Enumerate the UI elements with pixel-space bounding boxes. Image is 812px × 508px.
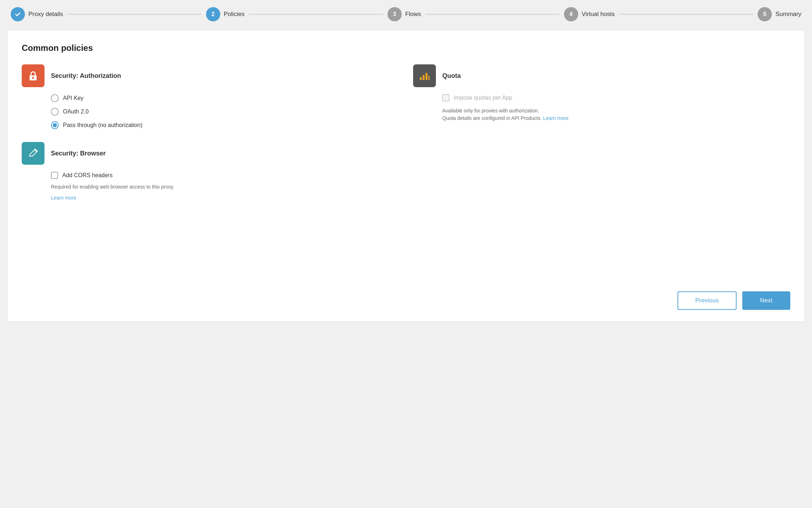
quota-checkbox-label: Impose quotas per App <box>454 95 512 101</box>
radio-label-api-key: API Key <box>63 95 84 101</box>
policies-grid: Security: Authorization API Key OAuth 2.… <box>22 64 790 129</box>
cors-checkbox-label: Add CORS headers <box>62 172 112 179</box>
radio-input-pass-through[interactable] <box>51 121 59 129</box>
svg-rect-4 <box>426 73 427 80</box>
security-browser-title: Security: Browser <box>51 150 106 157</box>
security-browser-icon <box>22 142 44 165</box>
radio-api-key[interactable]: API Key <box>51 94 399 102</box>
step-flows[interactable]: 3 Flows <box>387 7 421 21</box>
radio-label-oauth: OAuth 2.0 <box>63 109 89 115</box>
radio-label-pass-through: Pass through (no authorization) <box>63 122 142 128</box>
nav-buttons: Previous Next <box>677 291 790 310</box>
step-summary[interactable]: 5 Summary <box>758 7 801 21</box>
security-authorization-title: Security: Authorization <box>51 72 121 80</box>
cors-checkbox-input[interactable] <box>51 172 58 179</box>
step-proxy-details[interactable]: Proxy details <box>11 7 63 21</box>
step-label-policies: Policies <box>224 11 245 18</box>
quota-header: Quota <box>413 64 790 87</box>
stepper: Proxy details 2 Policies 3 Flows 4 Virtu… <box>7 7 805 21</box>
step-label-flows: Flows <box>405 11 421 18</box>
svg-rect-5 <box>428 76 429 80</box>
step-policies[interactable]: 2 Policies <box>206 7 245 21</box>
step-connector-1 <box>67 14 201 15</box>
quota-checkbox-input[interactable] <box>442 94 449 101</box>
security-browser-section: Security: Browser Add CORS headers Requi… <box>22 142 790 201</box>
quota-icon <box>413 64 436 87</box>
svg-rect-3 <box>423 75 425 80</box>
radio-group-auth: API Key OAuth 2.0 Pass through (no autho… <box>22 94 399 129</box>
svg-rect-1 <box>32 77 34 79</box>
step-connector-3 <box>425 14 559 15</box>
step-circle-policies: 2 <box>206 7 220 21</box>
cors-desc-text: Required for enabling web browser access… <box>51 184 174 190</box>
step-circle-flows: 3 <box>387 7 402 21</box>
cors-checkbox-group: Add CORS headers Required for enabling w… <box>22 172 790 201</box>
quota-description: Available only for proxies with authoriz… <box>442 107 790 122</box>
step-connector-4 <box>619 14 753 15</box>
step-circle-proxy-details <box>11 7 25 21</box>
previous-button[interactable]: Previous <box>677 291 737 310</box>
step-circle-summary: 5 <box>758 7 772 21</box>
quota-learn-more-link[interactable]: Learn more <box>543 115 569 121</box>
security-browser-header: Security: Browser <box>22 142 790 165</box>
quota-desc-line1: Available only for proxies with authoriz… <box>442 108 539 113</box>
quota-title: Quota <box>442 72 461 80</box>
cors-learn-more-link[interactable]: Learn more <box>51 195 790 201</box>
step-label-proxy-details: Proxy details <box>28 11 63 18</box>
quota-desc-line2: Quota details are configured in API Prod… <box>442 115 542 121</box>
security-authorization-icon <box>22 64 44 87</box>
step-circle-virtual-hosts: 4 <box>564 7 578 21</box>
radio-input-oauth[interactable] <box>51 108 59 116</box>
cors-description: Required for enabling web browser access… <box>51 183 790 191</box>
card-title: Common policies <box>22 43 790 53</box>
cors-checkbox-option[interactable]: Add CORS headers <box>51 172 790 179</box>
step-label-virtual-hosts: Virtual hosts <box>582 11 615 18</box>
radio-pass-through[interactable]: Pass through (no authorization) <box>51 121 399 129</box>
quota-section: Quota Impose quotas per App Available on… <box>413 64 790 129</box>
main-card: Common policies Security: Authorization <box>7 30 805 322</box>
step-virtual-hosts[interactable]: 4 Virtual hosts <box>564 7 615 21</box>
security-authorization-header: Security: Authorization <box>22 64 399 87</box>
radio-input-api-key[interactable] <box>51 94 59 102</box>
security-authorization-section: Security: Authorization API Key OAuth 2.… <box>22 64 399 129</box>
quota-checkbox-group: Impose quotas per App Available only for… <box>413 94 790 122</box>
next-button[interactable]: Next <box>742 291 790 310</box>
step-label-summary: Summary <box>775 11 801 18</box>
step-connector-2 <box>249 14 383 15</box>
svg-rect-2 <box>420 77 422 80</box>
quota-checkbox-option[interactable]: Impose quotas per App <box>442 94 790 101</box>
radio-oauth[interactable]: OAuth 2.0 <box>51 108 399 116</box>
